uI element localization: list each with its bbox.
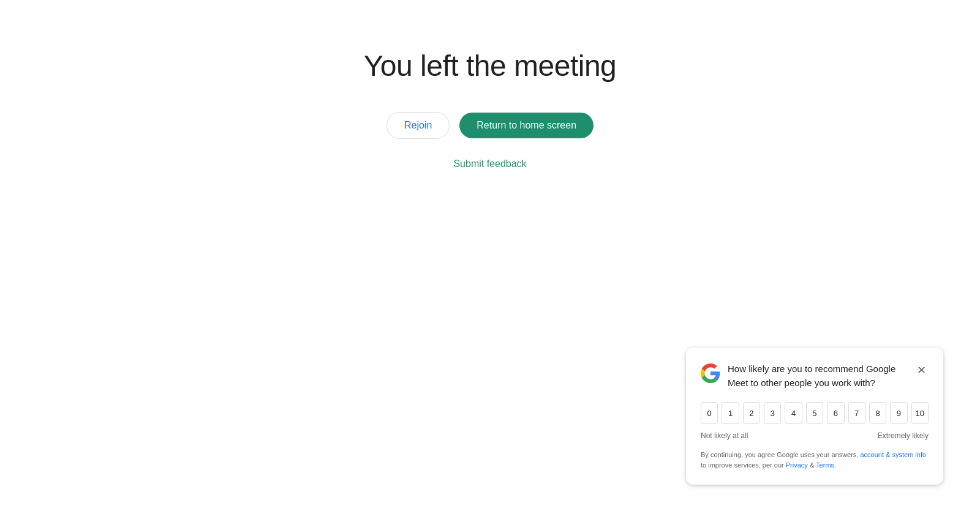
rating-labels: Not likely at all Extremely likely bbox=[701, 431, 929, 440]
rating-button-1[interactable]: 1 bbox=[722, 402, 739, 424]
account-system-info-link[interactable]: account & system info bbox=[860, 451, 926, 458]
rating-button-2[interactable]: 2 bbox=[743, 402, 760, 424]
survey-close-button[interactable]: ✕ bbox=[914, 362, 929, 378]
rating-row: 012345678910 bbox=[701, 402, 929, 424]
rating-label-low: Not likely at all bbox=[701, 431, 748, 440]
privacy-link[interactable]: Privacy bbox=[786, 461, 808, 469]
page-title: You left the meeting bbox=[364, 49, 617, 83]
rating-button-4[interactable]: 4 bbox=[785, 402, 802, 424]
rating-button-7[interactable]: 7 bbox=[848, 402, 865, 424]
rating-button-5[interactable]: 5 bbox=[806, 402, 823, 424]
return-home-button[interactable]: Return to home screen bbox=[459, 113, 594, 138]
terms-link[interactable]: Terms bbox=[816, 461, 834, 469]
action-buttons: Rejoin Return to home screen bbox=[386, 112, 594, 139]
rating-button-0[interactable]: 0 bbox=[701, 402, 718, 424]
rating-button-9[interactable]: 9 bbox=[890, 402, 907, 424]
submit-feedback-button[interactable]: Submit feedback bbox=[453, 158, 526, 169]
survey-header-left: How likely are you to recommend Google M… bbox=[701, 362, 914, 390]
rating-button-3[interactable]: 3 bbox=[764, 402, 781, 424]
rejoin-button[interactable]: Rejoin bbox=[386, 112, 450, 139]
survey-card: How likely are you to recommend Google M… bbox=[686, 348, 943, 485]
rating-button-8[interactable]: 8 bbox=[869, 402, 886, 424]
google-logo-icon bbox=[701, 363, 720, 383]
survey-question: How likely are you to recommend Google M… bbox=[728, 362, 914, 390]
survey-header: How likely are you to recommend Google M… bbox=[701, 362, 929, 390]
survey-footer: By continuing, you agree Google uses you… bbox=[701, 450, 929, 470]
rating-button-6[interactable]: 6 bbox=[827, 402, 844, 424]
rating-button-10[interactable]: 10 bbox=[911, 402, 929, 424]
rating-label-high: Extremely likely bbox=[878, 431, 929, 440]
